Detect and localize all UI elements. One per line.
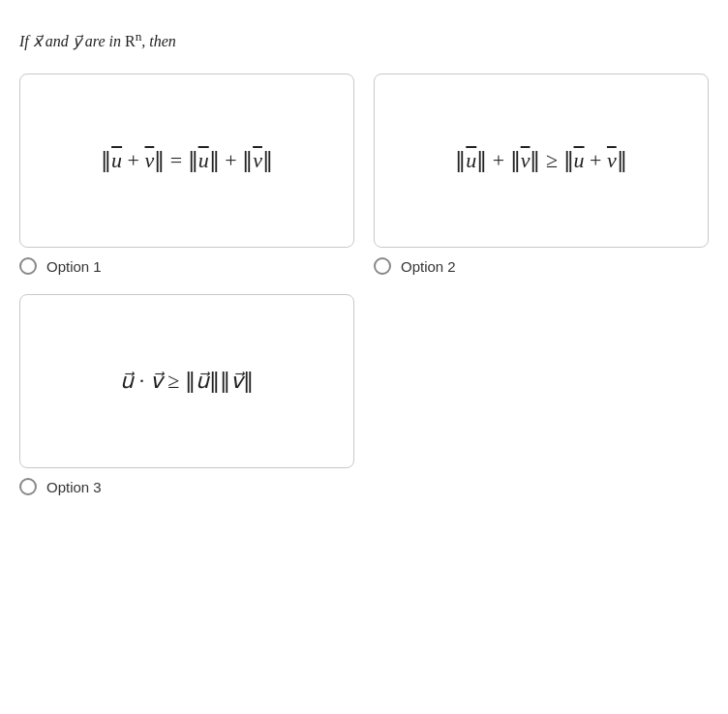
option-1-radio[interactable] [19, 257, 37, 275]
option-2-formula: ‖u‖ + ‖v‖ ≥ ‖u + v‖ [455, 146, 626, 176]
option-3-radio[interactable] [19, 478, 37, 495]
option-2-radio[interactable] [374, 257, 391, 275]
empty-placeholder [374, 294, 709, 495]
option-1-wrapper: ‖u + v‖ = ‖u‖ + ‖v‖ Option 1 [19, 74, 354, 275]
option-2-label: Option 2 [401, 258, 456, 275]
option-3-formula: u⃗ · v⃗ ≥ ‖u⃗‖‖v⃗‖ [120, 367, 254, 397]
option-2-card[interactable]: ‖u‖ + ‖v‖ ≥ ‖u + v‖ [374, 74, 709, 248]
option-3-wrapper: u⃗ · v⃗ ≥ ‖u⃗‖‖v⃗‖ Option 3 [19, 294, 354, 495]
option-3-card[interactable]: u⃗ · v⃗ ≥ ‖u⃗‖‖v⃗‖ [19, 294, 354, 468]
option-1-formula: ‖u + v‖ = ‖u‖ + ‖v‖ [101, 146, 273, 176]
option-1-card[interactable]: ‖u + v‖ = ‖u‖ + ‖v‖ [19, 74, 354, 248]
question-header: If x⃗ and y⃗ are in Rn, then [19, 29, 709, 50]
option-3-label: Option 3 [46, 479, 102, 495]
option-1-label: Option 1 [46, 258, 102, 275]
option-2-wrapper: ‖u‖ + ‖v‖ ≥ ‖u + v‖ Option 2 [374, 74, 709, 275]
